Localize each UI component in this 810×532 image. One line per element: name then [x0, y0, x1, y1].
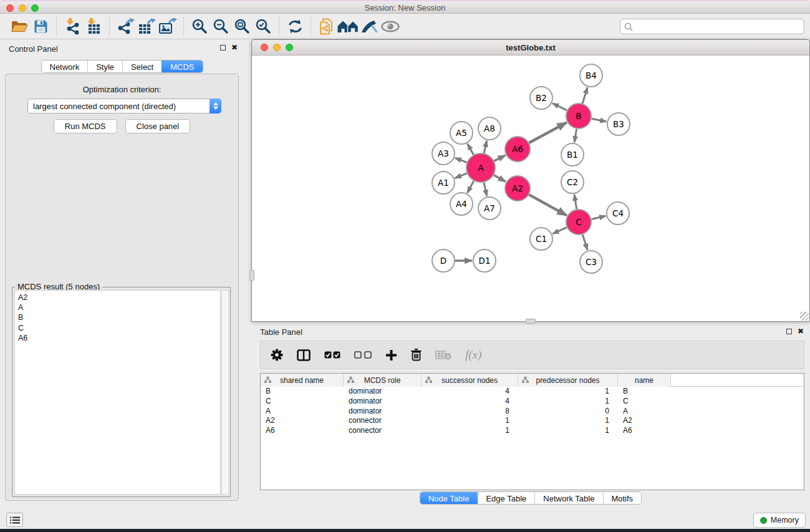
network-view-window: testGlobe.txt AA6A2BCA5A8A3A1A4A7B2B4B3B…: [251, 39, 810, 322]
edge-A-A2[interactable]: [494, 175, 506, 182]
deselect-all-icon[interactable]: [354, 351, 372, 359]
edge-A-A8[interactable]: [484, 141, 486, 153]
edge-C-C1[interactable]: [552, 228, 567, 234]
add-icon[interactable]: [385, 349, 397, 361]
tab-network[interactable]: Network: [41, 60, 87, 72]
node-label: C3: [586, 257, 597, 267]
edge-A-A5[interactable]: [468, 143, 474, 155]
node-label: A5: [456, 128, 467, 138]
south-panel-grip[interactable]: [526, 319, 536, 324]
node-label: B: [576, 111, 581, 121]
houses-icon[interactable]: [337, 16, 359, 36]
refresh-icon[interactable]: [284, 16, 306, 36]
select-all-icon[interactable]: [324, 351, 340, 359]
tab-select[interactable]: Select: [122, 60, 162, 72]
node-label: A6: [512, 144, 523, 154]
table-panel-tabs: Node TableEdge TableNetwork TableMotifs: [420, 491, 642, 505]
tab-style[interactable]: Style: [87, 60, 122, 72]
zoom-selected-icon[interactable]: [253, 16, 274, 36]
split-panel-icon[interactable]: [297, 349, 311, 361]
table-cell: 1: [422, 426, 518, 436]
search-input[interactable]: [635, 22, 800, 32]
delete-icon[interactable]: [411, 349, 422, 361]
close-panel-button[interactable]: Close panel: [125, 119, 191, 133]
column-header-predecessor-nodes[interactable]: predecessor nodes: [518, 374, 618, 387]
criterion-dropdown[interactable]: largest connected component (directed): [27, 99, 221, 114]
float-panel-icon[interactable]: [786, 329, 792, 334]
table-row[interactable]: A2connector11A2: [261, 416, 804, 426]
edge-A-A4[interactable]: [467, 181, 473, 193]
table-cell: B: [261, 387, 344, 397]
edge-B-B4[interactable]: [582, 87, 587, 104]
column-header-successor-nodes[interactable]: successor nodes: [422, 374, 518, 387]
float-panel-icon[interactable]: [220, 45, 226, 51]
zoom-fit-icon[interactable]: [231, 16, 253, 36]
tab-network-table[interactable]: Network Table: [534, 492, 602, 504]
edge-C-C3[interactable]: [582, 235, 587, 250]
west-panel-grip[interactable]: [249, 270, 254, 281]
export-table-icon[interactable]: [136, 16, 157, 36]
memory-button[interactable]: Memory: [753, 513, 806, 528]
edge-B-B3[interactable]: [592, 118, 607, 122]
result-scrollbar[interactable]: [221, 290, 229, 495]
table-cell: 4: [422, 397, 518, 407]
export-image-icon[interactable]: [157, 16, 178, 36]
save-icon[interactable]: [30, 16, 51, 36]
table-cell: B: [618, 387, 671, 397]
close-panel-icon[interactable]: ✖: [798, 329, 804, 334]
mcds-result-item[interactable]: A: [18, 302, 220, 312]
edge-B-B2[interactable]: [552, 104, 567, 110]
run-mcds-button[interactable]: Run MCDS: [54, 119, 117, 133]
zoom-in-icon[interactable]: [189, 16, 210, 36]
network-canvas[interactable]: AA6A2BCA5A8A3A1A4A7B2B4B3B1C2C4C1C3DD1: [252, 56, 809, 321]
import-table-icon[interactable]: [83, 16, 104, 36]
control-panel-tabs: NetworkStyleSelectMCDS: [41, 60, 203, 73]
edge-B-B1[interactable]: [574, 129, 576, 143]
column-header-MCDS-role[interactable]: MCDS role: [344, 374, 422, 387]
edge-A-A3[interactable]: [455, 158, 467, 162]
mcds-result-item[interactable]: B: [18, 312, 220, 322]
table-row[interactable]: Adominator80A: [261, 407, 804, 417]
search-field[interactable]: [620, 19, 804, 34]
mcds-result-groupbox: MCDS result (5 nodes) A2ABCA6: [12, 287, 231, 497]
tab-motifs[interactable]: Motifs: [602, 492, 641, 504]
tab-node-table[interactable]: Node Table: [420, 492, 478, 504]
column-header-shared-name[interactable]: shared name: [261, 374, 344, 387]
tree-icon: [264, 377, 271, 383]
table-cell: dominator: [344, 407, 422, 417]
edge-C-C4[interactable]: [591, 216, 605, 219]
column-header-name[interactable]: name: [618, 374, 671, 387]
export-network-icon[interactable]: [115, 16, 136, 36]
table-panel: Table Panel ✖: [251, 324, 810, 508]
import-network-icon[interactable]: [62, 16, 83, 36]
tab-mcds[interactable]: MCDS: [162, 60, 202, 72]
edge-A-A7[interactable]: [484, 182, 487, 196]
edge-A6-B[interactable]: [529, 122, 566, 143]
open-folder-icon[interactable]: [9, 16, 30, 36]
edge-C-C2[interactable]: [574, 195, 577, 209]
mcds-result-item[interactable]: A2: [18, 293, 220, 302]
toolbar-separator: [311, 17, 311, 36]
gear-icon[interactable]: [271, 349, 283, 361]
table-row[interactable]: A6connector11A6: [261, 426, 804, 436]
edge-A2-C[interactable]: [529, 195, 566, 215]
close-panel-icon[interactable]: ✖: [231, 45, 238, 51]
mcds-result-item[interactable]: C: [18, 323, 220, 333]
column-header-label: predecessor nodes: [536, 376, 599, 385]
table-cell: A: [618, 407, 671, 417]
document-share-icon[interactable]: [316, 16, 337, 36]
eye-icon[interactable]: [380, 16, 401, 36]
table-row[interactable]: Bdominator41B: [261, 387, 804, 397]
mcds-result-item[interactable]: A6: [18, 333, 220, 343]
tab-edge-table[interactable]: Edge Table: [477, 492, 534, 504]
edge-A-A6[interactable]: [494, 155, 505, 161]
zoom-out-icon[interactable]: [210, 16, 231, 36]
edge-A-A1[interactable]: [455, 173, 467, 178]
table-row[interactable]: Cdominator41C: [261, 397, 804, 407]
brush-icon[interactable]: [359, 16, 380, 36]
mcds-result-list[interactable]: A2ABCA6: [14, 290, 221, 495]
function-icon: f(x): [465, 348, 481, 362]
node-label: D: [440, 256, 446, 266]
task-history-button[interactable]: [6, 513, 23, 527]
resize-grip-icon[interactable]: [800, 312, 809, 321]
